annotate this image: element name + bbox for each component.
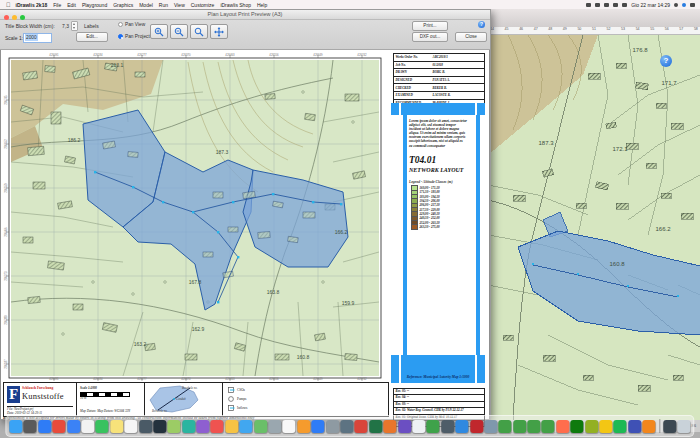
background-map-window[interactable]: 444546474849505152535455565758 bbox=[488, 9, 700, 432]
dock-icon-cursor-app[interactable] bbox=[340, 420, 353, 433]
ruler-number: 48 bbox=[548, 27, 552, 34]
pan-fit-button[interactable] bbox=[210, 24, 228, 39]
siri-icon[interactable] bbox=[682, 3, 686, 7]
dock-icon-star-app[interactable] bbox=[196, 420, 209, 433]
dock-icon-cube-app[interactable] bbox=[628, 420, 641, 433]
dock-icon-notes[interactable] bbox=[110, 420, 123, 433]
dock-icon-pages[interactable] bbox=[412, 420, 425, 433]
pan-project-radio[interactable]: Pan Project bbox=[118, 34, 150, 39]
dock-icon-itunes[interactable] bbox=[283, 420, 296, 433]
dock-icon-trash[interactable] bbox=[678, 420, 691, 433]
dock-icon-ring-app[interactable] bbox=[643, 420, 656, 433]
dock-icon-finder[interactable] bbox=[9, 420, 22, 433]
volume-icon[interactable] bbox=[622, 3, 627, 7]
print-button[interactable]: Print... bbox=[412, 21, 448, 31]
window-titlebar[interactable]: Plan Layout Print Preview (A3) bbox=[0, 10, 490, 20]
dock-icon-mail[interactable] bbox=[67, 420, 80, 433]
menu-item-playground[interactable]: Playground bbox=[82, 2, 107, 8]
dock-icon-excel[interactable] bbox=[369, 420, 382, 433]
dock-icon-green-app-4[interactable] bbox=[542, 420, 555, 433]
zoom-extent-button[interactable] bbox=[190, 24, 208, 39]
grid-coordinate: 426463 bbox=[225, 53, 234, 57]
legend-pumps[interactable]: Pumps bbox=[228, 396, 246, 402]
dock-icon-maps[interactable] bbox=[168, 420, 181, 433]
labels-edit-button[interactable]: Edit... bbox=[76, 32, 108, 42]
app-menu-title[interactable]: iDrawlis 2k18 bbox=[16, 2, 48, 8]
dock-icon-office[interactable] bbox=[383, 420, 396, 433]
grid-coordinate: 426742 bbox=[357, 377, 366, 381]
main-map-canvas[interactable]: 213.1186.2187.3166.2167.8162.9159.9160.8… bbox=[3, 52, 387, 382]
title-block-width-stepper[interactable] bbox=[71, 21, 78, 31]
input-source-icon[interactable] bbox=[586, 3, 591, 7]
dock-icon-red-badge-app[interactable] bbox=[211, 420, 224, 433]
dock-icon-window-app[interactable] bbox=[484, 420, 497, 433]
ruler-number: 51 bbox=[592, 27, 596, 34]
wifi-icon[interactable] bbox=[613, 3, 618, 7]
dock-icon-green-app-3[interactable] bbox=[527, 420, 540, 433]
drawing-info-panel: Works Order No.ABC2018/1Job No.01/2018DR… bbox=[387, 51, 488, 419]
dock-icon-tripod-app[interactable] bbox=[268, 420, 281, 433]
dock-icon-spotify[interactable] bbox=[614, 420, 627, 433]
close-button[interactable]: Close bbox=[455, 32, 487, 42]
dock-icon-globe-app[interactable] bbox=[427, 420, 440, 433]
zoom-in-button[interactable] bbox=[150, 24, 168, 39]
background-map-canvas[interactable]: 176.8171.7187.3172.1166.2160.8 ? bbox=[488, 35, 700, 420]
dock-icon-chrome[interactable] bbox=[52, 420, 65, 433]
dock-icon-violet-app[interactable] bbox=[398, 420, 411, 433]
dock-icon-reminders[interactable] bbox=[139, 420, 152, 433]
menubar-clock[interactable]: Gio 22 mar 14:29 bbox=[631, 2, 670, 8]
dock-icon-calendar[interactable] bbox=[124, 420, 137, 433]
dock-icon-pen-app[interactable] bbox=[455, 420, 468, 433]
dock-icon-block-app[interactable] bbox=[556, 420, 569, 433]
grid-coordinate: 426742 bbox=[357, 53, 366, 57]
apple-menu-icon[interactable]:  bbox=[6, 2, 11, 8]
menu-item-run[interactable]: Run bbox=[159, 2, 168, 8]
dock-icon-facetime[interactable] bbox=[96, 420, 109, 433]
menu-item-customize[interactable]: Customize bbox=[191, 2, 215, 8]
print-preview-area[interactable]: 213.1186.2187.3166.2167.8162.9159.9160.8… bbox=[0, 50, 490, 419]
menu-item-help[interactable]: Help bbox=[257, 2, 267, 8]
dock-icon-tools-app[interactable] bbox=[441, 420, 454, 433]
dock-icon-books[interactable] bbox=[297, 420, 310, 433]
menu-item-edit[interactable]: Edit bbox=[67, 2, 76, 8]
dock-icon-chart-app[interactable] bbox=[254, 420, 267, 433]
dock-icon-qgis[interactable] bbox=[585, 420, 598, 433]
help-button[interactable]: ? bbox=[478, 21, 485, 28]
legend-inflows[interactable]: Inflows bbox=[228, 405, 247, 411]
dock-separator bbox=[659, 419, 660, 433]
dock-icon-launchpad[interactable] bbox=[24, 420, 37, 433]
dock-icon-paw-app[interactable] bbox=[599, 420, 612, 433]
legend-csos[interactable]: CSOs bbox=[228, 387, 245, 393]
menu-item-idrawlis-shop[interactable]: iDrawlis Shop bbox=[220, 2, 251, 8]
dxf-out-button[interactable]: DXF out... bbox=[412, 32, 448, 42]
bg-help-button[interactable]: ? bbox=[660, 55, 672, 67]
spotlight-search-icon[interactable] bbox=[674, 3, 678, 7]
menu-item-file[interactable]: File bbox=[53, 2, 61, 8]
menu-item-model[interactable]: Model bbox=[139, 2, 153, 8]
dock-icon-color-wheel[interactable] bbox=[225, 420, 238, 433]
display-icon[interactable] bbox=[595, 3, 600, 7]
scale-input[interactable]: 2000 bbox=[23, 33, 52, 43]
dock-icon-displays[interactable] bbox=[663, 420, 676, 433]
dock-icon-compass-app[interactable] bbox=[153, 420, 166, 433]
zoom-out-button[interactable] bbox=[170, 24, 188, 39]
dock-icon-autocad[interactable] bbox=[470, 420, 483, 433]
dock-icon-appstore[interactable] bbox=[312, 420, 325, 433]
dock-icon-green-app-2[interactable] bbox=[513, 420, 526, 433]
scale-label: Scale 1: bbox=[5, 35, 23, 41]
menu-item-graphics[interactable]: Graphics bbox=[113, 2, 133, 8]
dock-icon-teal-app[interactable] bbox=[182, 420, 195, 433]
dock-icon-safari[interactable] bbox=[38, 420, 51, 433]
dock-icon-photos[interactable] bbox=[81, 420, 94, 433]
dock-icon-blue-app[interactable] bbox=[240, 420, 253, 433]
dock-icon-settings[interactable] bbox=[326, 420, 339, 433]
menu-item-view[interactable]: View bbox=[174, 2, 185, 8]
dock-icon-green-app-1[interactable] bbox=[499, 420, 512, 433]
ruler-number: 54 bbox=[636, 27, 640, 34]
bluetooth-icon[interactable] bbox=[604, 3, 609, 7]
notification-center-icon[interactable] bbox=[690, 3, 695, 7]
pan-view-radio[interactable]: Pan View bbox=[118, 22, 145, 27]
dock-icon-premiere[interactable] bbox=[355, 420, 368, 433]
dock-icon-xbox[interactable] bbox=[571, 420, 584, 433]
works-value: LACOSTE R. bbox=[433, 93, 485, 97]
